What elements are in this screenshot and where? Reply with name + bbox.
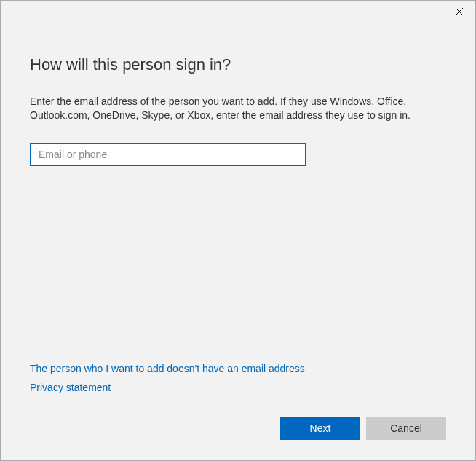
privacy-statement-link[interactable]: Privacy statement: [30, 382, 111, 393]
button-row: Next Cancel: [1, 417, 475, 460]
next-button[interactable]: Next: [280, 417, 360, 440]
links-section: The person who I want to add doesn't hav…: [30, 363, 446, 401]
cancel-button[interactable]: Cancel: [366, 417, 446, 440]
close-icon: [456, 8, 463, 15]
dialog-window: How will this person sign in? Enter the …: [0, 0, 476, 461]
email-or-phone-input[interactable]: [30, 143, 306, 166]
page-title: How will this person sign in?: [30, 55, 446, 74]
content-area: How will this person sign in? Enter the …: [1, 23, 475, 417]
close-button[interactable]: [443, 1, 475, 23]
titlebar: [1, 1, 475, 23]
description-text: Enter the email address of the person yo…: [30, 95, 437, 122]
no-email-link[interactable]: The person who I want to add doesn't hav…: [30, 363, 305, 374]
spacer: [30, 166, 446, 363]
